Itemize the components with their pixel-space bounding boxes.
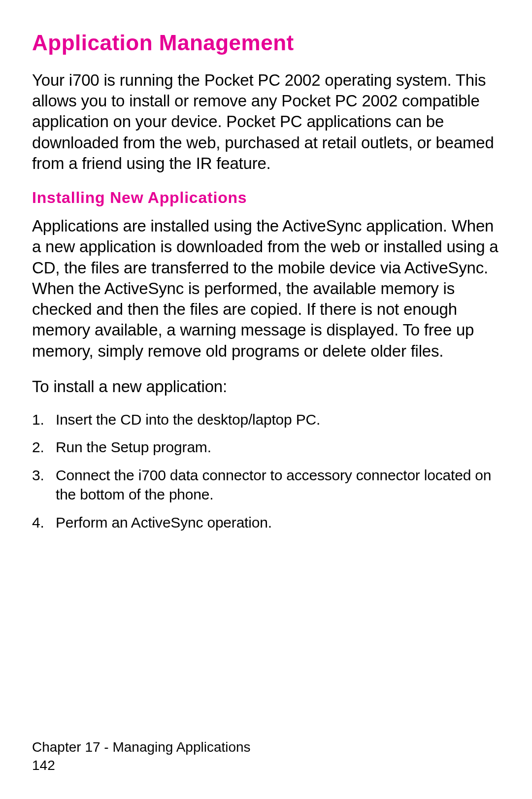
section-heading: Application Management (32, 31, 502, 55)
list-item: Perform an ActiveSync operation. (32, 513, 502, 533)
subsection-heading: Installing New Applications (32, 189, 502, 207)
page-number: 142 (32, 757, 251, 774)
install-steps-list: Insert the CD into the desktop/laptop PC… (32, 410, 502, 533)
steps-lead-in: To install a new application: (32, 376, 502, 398)
install-paragraph: Applications are installed using the Act… (32, 216, 502, 362)
chapter-label: Chapter 17 - Managing Applications (32, 738, 251, 756)
list-item: Run the Setup program. (32, 437, 502, 457)
intro-paragraph: Your i700 is running the Pocket PC 2002 … (32, 70, 502, 174)
list-item: Insert the CD into the desktop/laptop PC… (32, 410, 502, 430)
page-footer: Chapter 17 - Managing Applications 142 (32, 738, 251, 774)
list-item: Connect the i700 data connector to acces… (32, 466, 502, 504)
